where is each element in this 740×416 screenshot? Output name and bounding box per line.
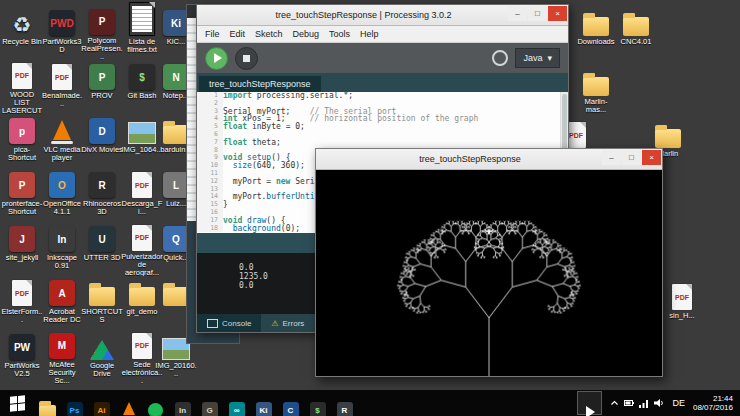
desktop-icon-polycom-realpresen[interactable]: PPolycom RealPresen... (82, 6, 122, 60)
taskbar-file-explorer[interactable] (35, 391, 60, 415)
desktop-icon-label: IMG_20160... (155, 362, 197, 378)
app-icon: P (89, 8, 115, 35)
sketch-tab[interactable]: tree_touchStepResponse (199, 76, 321, 92)
desktop-icon-downloads[interactable]: Downloads (574, 6, 618, 60)
menu-file[interactable]: File (200, 29, 225, 39)
desktop-icon-label: Marlin-mas... (575, 98, 617, 114)
taskbar-spotify[interactable] (143, 391, 168, 415)
mode-label: Java (523, 53, 542, 63)
desktop-icon-label: site_jekyll (1, 254, 43, 262)
desktop-icon-label: WOOD LIST LASERCUT (1, 91, 43, 114)
taskbar-illustrator[interactable]: Ai (89, 391, 114, 415)
mode-selector[interactable]: Java ▾ (515, 48, 560, 68)
minimize-button[interactable]: – (508, 6, 527, 21)
warning-icon: ⚠ (271, 319, 278, 328)
errors-tab-label: Errors (283, 319, 305, 328)
battery-icon[interactable] (624, 397, 634, 409)
close-button[interactable]: × (548, 6, 567, 21)
taskbar-processing-sketch[interactable] (577, 391, 602, 415)
maximize-button[interactable]: □ (528, 6, 547, 21)
stop-button[interactable] (235, 47, 258, 70)
desktop-icon-site-jekyll[interactable]: Jsite_jekyll (2, 222, 42, 276)
desktop-icon-partworks-v2-5[interactable]: PWPartWorks V2.5 (2, 330, 42, 384)
desktop-icon-column: PWDPartWorks3DPDFBenalmade...VLC media p… (42, 6, 82, 384)
sketch-titlebar[interactable]: tree_touchStepResponse – □ × (316, 149, 662, 170)
desktop-icon-column: PPolycom RealPresen...PPROVDDivX MoviesR… (82, 6, 122, 384)
desktop-icon-prov[interactable]: PPROV (82, 60, 122, 114)
start-button[interactable] (0, 390, 34, 416)
desktop-icon-acrobat-reader-dc[interactable]: AAcrobat Reader DC (42, 276, 82, 330)
taskbar-git-bash[interactable]: $ (305, 391, 330, 415)
console-tab[interactable]: Console (197, 314, 261, 332)
desktop-icon-wood-list-lasercut[interactable]: PDFWOOD LIST LASERCUT (2, 60, 42, 114)
scrollbar-thumb[interactable] (562, 94, 567, 156)
desktop-icon-label: Recycle Bin (1, 38, 43, 46)
app-icon: p (9, 116, 35, 144)
taskbar: PsAiInG∞KiC$R DE 21:44 08/07/2016 (0, 390, 740, 416)
app-icon: J (9, 224, 35, 252)
desktop-icon-label: ElsterForm... (1, 308, 43, 324)
show-hidden-icons-button[interactable] (609, 397, 619, 409)
desktop-icon-sin-h[interactable]: PDFsin_H... (660, 280, 704, 334)
menu-debug[interactable]: Debug (288, 29, 325, 39)
menu-tools[interactable]: Tools (324, 29, 355, 39)
app-icon: PWD (49, 8, 75, 36)
desktop-icon-inkscape-0-91[interactable]: InInkscape 0.91 (42, 222, 82, 276)
taskbar-kicad[interactable]: Ki (251, 391, 276, 415)
language-indicator[interactable]: DE (672, 398, 685, 408)
desktop-icon-vlc-media-player[interactable]: VLC media player (42, 114, 82, 168)
sketch-minimize-button[interactable]: – (602, 150, 621, 165)
app-icon: R (89, 170, 115, 198)
taskbar-vlc[interactable] (116, 391, 141, 415)
sketch-maximize-button[interactable]: □ (622, 150, 641, 165)
desktop-icon-rhinoceros-3d[interactable]: RRhinoceros 3D (82, 168, 122, 222)
menu-sketch[interactable]: Sketch (250, 29, 288, 39)
desktop-icon-recycle-bin[interactable]: ♻Recycle Bin (2, 6, 42, 60)
desktop-icon-partworks3d[interactable]: PWDPartWorks3D (42, 6, 82, 60)
pdf-icon: PDF (52, 62, 72, 90)
menu-edit[interactable]: Edit (225, 29, 251, 39)
desktop-icon-pica-shortcut[interactable]: ppica- Shortcut (2, 114, 42, 168)
desktop-icon-label: Rhinoceros 3D (81, 200, 123, 216)
taskbar-cura[interactable]: C (278, 391, 303, 415)
taskbar-repetier[interactable]: R (332, 391, 357, 415)
desktop-icon-label: SHORTCUTS (81, 308, 123, 324)
errors-tab[interactable]: ⚠ Errors (261, 314, 314, 332)
pdf-icon: PDF (12, 278, 32, 306)
folder-icon (39, 390, 56, 416)
clock[interactable]: 21:44 08/07/2016 (693, 394, 733, 412)
desktop-icon-label: PROV (81, 92, 123, 100)
desktop-icon-openoffice-4-1-1[interactable]: OOpenOffice 4.1.1 (42, 168, 82, 222)
volume-icon[interactable] (654, 397, 664, 409)
desktop-icon-utter-3d[interactable]: UUTTER 3D (82, 222, 122, 276)
processing-titlebar[interactable]: tree_touchStepResponse | Processing 3.0.… (197, 5, 568, 26)
desktop-icon-benalmade[interactable]: PDFBenalmade... (42, 60, 82, 114)
debug-toggle-icon[interactable] (492, 50, 508, 66)
desktop-icon-shortcuts[interactable]: SHORTCUTS (82, 276, 122, 330)
desktop-icon-divx-movies[interactable]: DDivX Movies (82, 114, 122, 168)
taskbar-gimp[interactable]: G (197, 391, 222, 415)
pdf-icon: PDF (672, 282, 692, 310)
taskbar-inkscape[interactable]: In (170, 391, 195, 415)
desktop-icon-elsterform[interactable]: PDFElsterForm... (2, 276, 42, 330)
desktop-icon-label: Google Drive (81, 362, 123, 378)
desktop-icon-mcafee-security-sc[interactable]: MMcAfee Security Sc... (42, 330, 82, 384)
sketch-close-button[interactable]: × (642, 150, 661, 165)
app-icon: G (202, 390, 218, 416)
app-icon: $ (310, 390, 326, 416)
sketch-window-title: tree_touchStepResponse (336, 149, 604, 169)
desktop-icon-marlin-mas[interactable]: Marlin-mas... (574, 66, 618, 120)
pdf-icon: PDF (132, 224, 152, 251)
desktop-icon-label: Benalmade... (41, 92, 83, 108)
desktop-icon-cnc4-01[interactable]: CNC4.01 (614, 6, 658, 60)
txt-icon (129, 8, 155, 36)
menu-help[interactable]: Help (355, 29, 384, 39)
run-button[interactable] (205, 47, 228, 70)
app-icon: M (49, 332, 75, 359)
taskbar-arduino[interactable]: ∞ (224, 391, 249, 415)
sketch-canvas[interactable] (316, 170, 662, 376)
desktop-icon-pronterface-shortcut[interactable]: Ppronterface- Shortcut (2, 168, 42, 222)
desktop-icon-google-drive[interactable]: Google Drive (82, 330, 122, 384)
network-icon[interactable] (639, 397, 649, 409)
taskbar-photoshop[interactable]: Ps (62, 391, 87, 415)
